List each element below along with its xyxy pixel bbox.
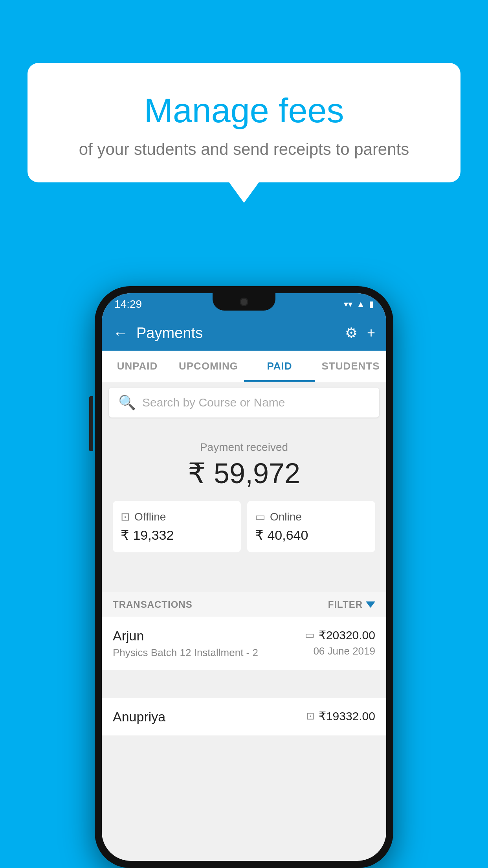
txn-amount-row-arjun: ▭ ₹20320.00	[305, 628, 375, 642]
page-title: Payments	[136, 325, 337, 342]
status-icons: ▾▾ ▲ ▮	[344, 299, 374, 309]
tabs-bar: UNPAID UPCOMING PAID STUDENTS	[102, 351, 386, 382]
offline-card-header: ⊡ Offline	[121, 510, 233, 523]
transactions-label: TRANSACTIONS	[113, 599, 193, 610]
offline-label: Offline	[134, 511, 166, 523]
payment-total-amount: ₹ 59,972	[113, 457, 375, 490]
offline-amount: ₹ 19,332	[121, 527, 233, 543]
txn-left-arjun: Arjun Physics Batch 12 Installment - 2	[113, 628, 258, 659]
search-icon: 🔍	[118, 394, 136, 411]
signal-icon: ▲	[356, 299, 365, 309]
speech-bubble: Manage fees of your students and send re…	[28, 63, 460, 182]
offline-icon: ⊡	[121, 510, 130, 523]
txn-date-arjun: 06 June 2019	[313, 645, 375, 657]
txn-amount-row-anupriya: ⊡ ₹19332.00	[306, 709, 375, 723]
phone-mockup: 14:29 ▾▾ ▲ ▮ ← Payments ⚙ + UNPAID	[95, 286, 393, 868]
txn-amount-arjun: ₹20320.00	[319, 628, 375, 642]
payment-cards: ⊡ Offline ₹ 19,332 ▭ Online ₹ 40,640	[113, 501, 375, 552]
filter-icon	[366, 601, 375, 608]
online-label: Online	[270, 511, 302, 523]
phone-screen: 14:29 ▾▾ ▲ ▮ ← Payments ⚙ + UNPAID	[102, 293, 386, 861]
cash-icon: ⊡	[306, 710, 315, 722]
txn-name-anupriya: Anupriya	[113, 709, 165, 725]
online-card-header: ▭ Online	[255, 510, 367, 523]
tab-students[interactable]: STUDENTS	[315, 351, 386, 382]
app-header: ← Payments ⚙ +	[102, 315, 386, 351]
tab-paid[interactable]: PAID	[244, 351, 315, 382]
txn-detail-arjun: Physics Batch 12 Installment - 2	[113, 647, 258, 659]
header-actions: ⚙ +	[345, 325, 375, 341]
search-placeholder: Search by Course or Name	[142, 396, 285, 409]
manage-fees-heading: Manage fees	[51, 90, 437, 131]
search-bar[interactable]: 🔍 Search by Course or Name	[109, 388, 379, 417]
tab-unpaid[interactable]: UNPAID	[102, 351, 173, 382]
filter-button[interactable]: FILTER	[328, 599, 375, 610]
credit-card-icon: ▭	[305, 629, 315, 641]
settings-icon[interactable]: ⚙	[345, 325, 358, 341]
manage-fees-subtext: of your students and send receipts to pa…	[51, 140, 437, 159]
txn-amount-anupriya: ₹19332.00	[319, 709, 375, 723]
transaction-row-arjun[interactable]: Arjun Physics Batch 12 Installment - 2 ▭…	[102, 617, 386, 670]
back-button[interactable]: ←	[113, 324, 128, 342]
phone-notch	[213, 293, 275, 311]
online-amount: ₹ 40,640	[255, 527, 367, 543]
payment-summary: Payment received ₹ 59,972 ⊡ Offline ₹ 19…	[102, 425, 386, 563]
status-time: 14:29	[114, 298, 142, 311]
payment-received-label: Payment received	[113, 441, 375, 454]
add-button[interactable]: +	[367, 325, 375, 341]
phone-frame: 14:29 ▾▾ ▲ ▮ ← Payments ⚙ + UNPAID	[95, 286, 393, 868]
txn-right-arjun: ▭ ₹20320.00 06 June 2019	[305, 628, 375, 657]
transaction-row-anupriya[interactable]: Anupriya ⊡ ₹19332.00	[102, 698, 386, 736]
filter-label: FILTER	[328, 599, 363, 610]
txn-right-anupriya: ⊡ ₹19332.00	[306, 709, 375, 723]
offline-payment-card: ⊡ Offline ₹ 19,332	[113, 501, 241, 552]
speech-bubble-container: Manage fees of your students and send re…	[28, 63, 460, 182]
txn-name-arjun: Arjun	[113, 628, 258, 644]
txn-left-anupriya: Anupriya	[113, 709, 165, 725]
online-icon: ▭	[255, 510, 265, 523]
wifi-icon: ▾▾	[344, 299, 352, 309]
online-payment-card: ▭ Online ₹ 40,640	[247, 501, 375, 552]
battery-icon: ▮	[369, 299, 374, 309]
camera	[240, 298, 248, 306]
transactions-header: TRANSACTIONS FILTER	[102, 592, 386, 617]
tab-upcoming[interactable]: UPCOMING	[173, 351, 244, 382]
